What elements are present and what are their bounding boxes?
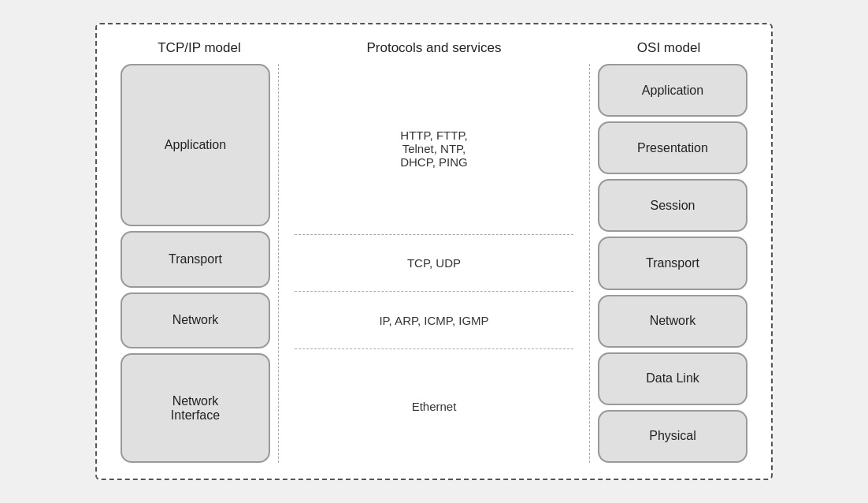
- tcpip-application-label: Application: [165, 138, 226, 152]
- tcpip-transport-box: Transport: [121, 231, 270, 287]
- osi-data-link-label: Data Link: [646, 371, 699, 386]
- osi-session-box: Session: [598, 179, 747, 232]
- osi-transport-box: Transport: [598, 237, 747, 289]
- osi-network-box: Network: [598, 295, 747, 348]
- tcpip-network-interface-label: Network Interface: [171, 394, 220, 423]
- tcpip-transport-label: Transport: [169, 252, 222, 266]
- app-protocols-section: HTTP, FTTP, Telnet, NTP, DHCP, PING: [295, 64, 573, 235]
- osi-column: Application Presentation Session Transpo…: [590, 64, 747, 463]
- osi-presentation-label: Presentation: [637, 141, 708, 155]
- osi-data-link-box: Data Link: [598, 352, 747, 405]
- app-protocols-text: HTTP, FTTP, Telnet, NTP, DHCP, PING: [400, 129, 468, 169]
- tcpip-network-box: Network: [121, 292, 270, 348]
- tcpip-column: Application Transport Network Network In…: [121, 64, 278, 463]
- tcpip-header: TCP/IP model: [121, 40, 278, 56]
- osi-physical-label: Physical: [649, 429, 696, 443]
- header-row: TCP/IP model Protocols and services OSI …: [121, 40, 747, 56]
- osi-transport-label: Transport: [646, 256, 699, 270]
- netif-protocols-text: Ethernet: [412, 400, 457, 413]
- osi-application-label: Application: [642, 84, 703, 98]
- transport-protocols-section: TCP, UDP: [295, 235, 573, 292]
- osi-header: OSI model: [590, 40, 747, 56]
- osi-physical-box: Physical: [598, 410, 747, 463]
- protocols-header: Protocols and services: [278, 40, 590, 56]
- network-protocols-text: IP, ARP, ICMP, IGMP: [379, 314, 488, 327]
- osi-application-box: Application: [598, 64, 747, 117]
- content-area: Application Transport Network Network In…: [121, 64, 747, 463]
- diagram-container: TCP/IP model Protocols and services OSI …: [95, 23, 773, 480]
- osi-session-label: Session: [651, 199, 696, 213]
- transport-protocols-text: TCP, UDP: [407, 256, 461, 270]
- netif-protocols-section: Ethernet: [295, 349, 573, 463]
- tcpip-application-box: Application: [121, 64, 270, 226]
- network-protocols-section: IP, ARP, ICMP, IGMP: [295, 292, 573, 349]
- osi-presentation-box: Presentation: [598, 121, 747, 174]
- tcpip-network-interface-box: Network Interface: [121, 353, 270, 463]
- protocols-column: HTTP, FTTP, Telnet, NTP, DHCP, PING TCP,…: [278, 64, 590, 463]
- osi-network-label: Network: [650, 314, 696, 328]
- tcpip-network-label: Network: [172, 313, 219, 327]
